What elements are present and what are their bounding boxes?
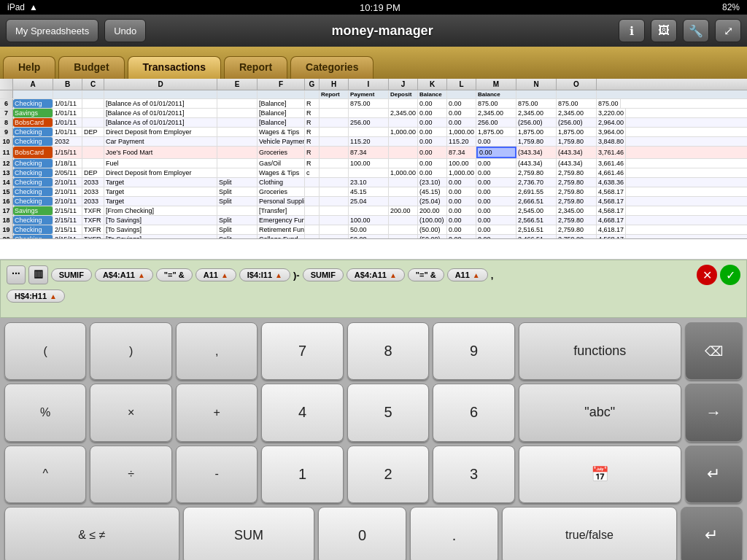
- cell[interactable]: [Balance As of 01/01/2011]: [104, 99, 217, 108]
- cell[interactable]: 2,345.00: [476, 109, 516, 117]
- cell[interactable]: 2/10/11: [53, 187, 82, 196]
- cell[interactable]: 4,568.17: [597, 187, 626, 196]
- cancel-button[interactable]: ✕: [697, 265, 717, 285]
- cell[interactable]: 0.00: [418, 147, 447, 158]
- range2-pill[interactable]: A$4:A11 ▲: [347, 268, 405, 281]
- cell[interactable]: R: [305, 99, 320, 108]
- cell[interactable]: Target: [104, 187, 217, 196]
- cell[interactable]: 3,220.00: [597, 109, 626, 117]
- cell[interactable]: [To Savings]: [104, 225, 217, 234]
- cell[interactable]: [389, 225, 418, 234]
- cell[interactable]: 87.34: [349, 147, 389, 158]
- key-sum[interactable]: SUM: [183, 507, 314, 560]
- key-caret[interactable]: ^: [4, 446, 86, 503]
- cell[interactable]: 1,000.00: [389, 128, 418, 136]
- cell[interactable]: [217, 109, 258, 117]
- cell[interactable]: Fuel: [104, 159, 217, 168]
- cell[interactable]: (23.10): [418, 178, 447, 187]
- cell[interactable]: [217, 159, 258, 168]
- cell[interactable]: [From Checking]: [104, 206, 217, 215]
- cell[interactable]: 0.00: [476, 187, 516, 196]
- cell[interactable]: R: [305, 109, 320, 117]
- col-H[interactable]: H: [320, 79, 349, 90]
- cell[interactable]: [305, 216, 320, 225]
- cell[interactable]: Target: [104, 178, 217, 187]
- cell[interactable]: [217, 99, 258, 108]
- cell[interactable]: 23.10: [349, 178, 389, 187]
- ellipsis-button[interactable]: ···: [7, 265, 26, 284]
- cell[interactable]: Split: [217, 225, 258, 234]
- cell[interactable]: Vehicle Payments: [258, 137, 305, 146]
- col-E[interactable]: E: [217, 79, 258, 90]
- cell[interactable]: [217, 168, 258, 177]
- cell[interactable]: 115.20: [349, 137, 389, 146]
- cell[interactable]: TXFR: [82, 225, 104, 234]
- table-row[interactable]: 16Checking2/10/112033TargetSplitPersonal…: [0, 197, 747, 206]
- key-right-arrow[interactable]: →: [685, 384, 743, 441]
- cell[interactable]: Checking: [13, 128, 53, 136]
- cell[interactable]: 2033: [82, 187, 104, 196]
- range1-pill[interactable]: A$4:A11 ▲: [95, 268, 153, 281]
- cell[interactable]: Split: [217, 178, 258, 187]
- cell[interactable]: 2,566.51: [516, 216, 557, 225]
- cell[interactable]: 3,848.80: [597, 137, 626, 146]
- cell[interactable]: 4,661.46: [597, 168, 626, 177]
- cell[interactable]: 0.00: [476, 168, 516, 177]
- cell[interactable]: 25.04: [349, 197, 389, 206]
- cell[interactable]: 200.00: [389, 206, 418, 215]
- cell[interactable]: 2,759.80: [557, 197, 597, 206]
- cell[interactable]: Checking: [13, 99, 53, 108]
- cell[interactable]: (443.34): [557, 147, 597, 158]
- cell[interactable]: 2,345.00: [389, 109, 418, 117]
- cell[interactable]: 115.20: [447, 137, 476, 146]
- col-A[interactable]: A: [13, 79, 53, 90]
- cell[interactable]: 1,759.80: [516, 137, 557, 146]
- cell[interactable]: 875.00: [557, 99, 597, 108]
- cell[interactable]: 0.00: [418, 99, 447, 108]
- cell[interactable]: 4,668.17: [597, 216, 626, 225]
- cell[interactable]: 0.00: [418, 168, 447, 177]
- cell[interactable]: 4,568.17: [597, 206, 626, 215]
- cell[interactable]: [320, 197, 349, 206]
- cell[interactable]: [Transfer]: [258, 206, 305, 215]
- key-3[interactable]: 3: [433, 446, 514, 503]
- cell[interactable]: (25.04): [418, 197, 447, 206]
- cell[interactable]: BobsCard: [13, 118, 53, 127]
- cell[interactable]: Direct Deposit from Employer: [104, 168, 217, 177]
- cell[interactable]: Emergency Fund: [258, 216, 305, 225]
- cell[interactable]: (256.00): [557, 118, 597, 127]
- key-comma[interactable]: ,: [176, 322, 258, 380]
- cell[interactable]: [389, 99, 418, 108]
- cell[interactable]: [305, 178, 320, 187]
- table-row[interactable]: 14Checking2/10/112033TargetSplitClothing…: [0, 178, 747, 187]
- cell[interactable]: 0.00: [476, 197, 516, 206]
- cell[interactable]: 256.00: [349, 118, 389, 127]
- cell[interactable]: Checking: [13, 178, 53, 187]
- key-7[interactable]: 7: [261, 322, 343, 380]
- cell[interactable]: [305, 187, 320, 196]
- cell[interactable]: 2033: [82, 178, 104, 187]
- collapse-button[interactable]: ▥: [28, 265, 48, 284]
- cell[interactable]: [Balance As of 01/01/2011]: [104, 118, 217, 127]
- cell[interactable]: 0.00: [418, 159, 447, 168]
- cell[interactable]: 2,345.00: [516, 109, 557, 117]
- cell[interactable]: 87.34: [447, 147, 476, 158]
- key-datetime[interactable]: 📅: [519, 446, 681, 503]
- cell[interactable]: Personal Supplies: [258, 197, 305, 206]
- cell[interactable]: 0.00: [476, 137, 516, 146]
- cell[interactable]: [217, 128, 258, 136]
- cell[interactable]: R: [305, 137, 320, 146]
- cell[interactable]: 875.00: [476, 99, 516, 108]
- col-D[interactable]: D: [104, 79, 217, 90]
- cell[interactable]: 256.00: [476, 118, 516, 127]
- cell[interactable]: 2/10/11: [53, 178, 82, 187]
- cell[interactable]: 0.00: [447, 187, 476, 196]
- ref1-pill[interactable]: A11 ▲: [196, 268, 236, 281]
- func2-pill[interactable]: SUMIF: [303, 268, 344, 281]
- cell[interactable]: [320, 159, 349, 168]
- cell[interactable]: 3,761.46: [597, 147, 626, 158]
- cell[interactable]: 2,545.00: [516, 206, 557, 215]
- table-row[interactable]: 7Savings1/01/11[Balance As of 01/01/2011…: [0, 109, 747, 118]
- cell[interactable]: [320, 187, 349, 196]
- cell[interactable]: 0.00: [418, 128, 447, 136]
